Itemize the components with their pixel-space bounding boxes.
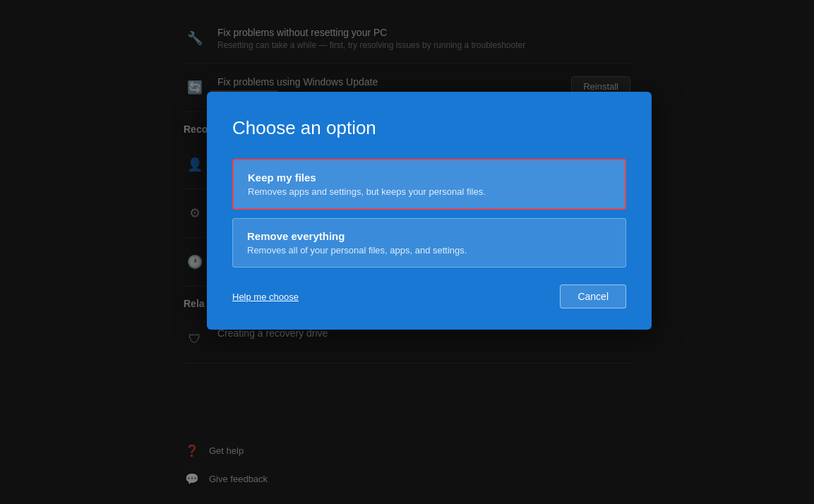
keep-files-title: Keep my files: [248, 172, 611, 184]
modal-footer: Help me choose Cancel: [232, 284, 626, 308]
help-me-choose-link[interactable]: Help me choose: [232, 292, 299, 302]
keep-files-desc: Removes apps and settings, but keeps you…: [248, 186, 611, 197]
remove-everything-option[interactable]: Remove everything Removes all of your pe…: [232, 218, 626, 268]
cancel-button[interactable]: Cancel: [560, 284, 626, 308]
keep-files-option[interactable]: Keep my files Removes apps and settings,…: [232, 159, 626, 210]
remove-everything-desc: Removes all of your personal files, apps…: [247, 245, 611, 256]
reset-pc-modal: Choose an option Keep my files Removes a…: [207, 92, 652, 330]
remove-everything-title: Remove everything: [247, 230, 611, 242]
modal-title: Choose an option: [232, 117, 626, 139]
